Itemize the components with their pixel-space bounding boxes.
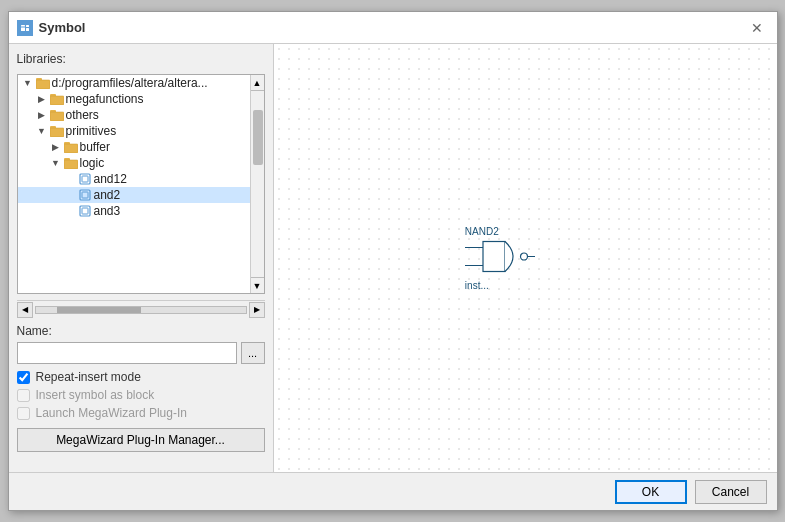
cancel-button[interactable]: Cancel xyxy=(695,480,767,504)
nand-component-name: NAND2 xyxy=(465,226,535,237)
tree-item-and3[interactable]: and3 xyxy=(18,203,264,219)
window-title: Symbol xyxy=(39,20,745,35)
svg-rect-21 xyxy=(64,158,70,161)
svg-rect-18 xyxy=(64,142,70,145)
tree-item-others[interactable]: ▶others xyxy=(18,107,264,123)
scroll-right-btn[interactable]: ▶ xyxy=(249,302,265,318)
library-tree[interactable]: ▼d:/programfiles/altera/altera...▶megafu… xyxy=(17,74,265,294)
repeat-insert-checkbox[interactable] xyxy=(17,371,30,384)
scroll-left-btn[interactable]: ◀ xyxy=(17,302,33,318)
symbol-icon-and2 xyxy=(78,188,92,202)
svg-rect-8 xyxy=(50,96,64,105)
svg-rect-12 xyxy=(50,110,56,113)
name-input-row: ... xyxy=(17,342,265,364)
nand-instance-label: inst... xyxy=(465,280,535,291)
close-button[interactable]: ✕ xyxy=(745,16,769,40)
tree-item-and12[interactable]: and12 xyxy=(18,171,264,187)
tree-label-altera: d:/programfiles/altera/altera... xyxy=(52,76,208,90)
tree-label-logic: logic xyxy=(80,156,105,170)
svg-rect-1 xyxy=(21,25,25,31)
svg-rect-14 xyxy=(50,128,64,137)
scroll-up-btn[interactable]: ▲ xyxy=(251,75,264,91)
tree-toggle-and2[interactable] xyxy=(64,189,76,201)
tree-label-and3: and3 xyxy=(94,204,121,218)
insert-block-checkbox[interactable] xyxy=(17,389,30,402)
svg-point-34 xyxy=(520,253,527,260)
folder-icon-altera xyxy=(36,76,50,90)
libraries-label: Libraries: xyxy=(17,52,265,66)
tree-label-megafunctions: megafunctions xyxy=(66,92,144,106)
svg-rect-26 xyxy=(82,192,88,198)
folder-icon-primitives xyxy=(50,124,64,138)
tree-toggle-and12[interactable] xyxy=(64,173,76,185)
browse-button[interactable]: ... xyxy=(241,342,265,364)
name-input[interactable] xyxy=(17,342,237,364)
tree-toggle-logic[interactable]: ▼ xyxy=(50,157,62,169)
svg-rect-24 xyxy=(82,176,88,182)
footer-bar: OK Cancel xyxy=(9,472,777,510)
options-section: Repeat-insert mode Insert symbol as bloc… xyxy=(17,370,265,452)
title-bar: Symbol ✕ xyxy=(9,12,777,44)
scroll-track xyxy=(35,306,247,314)
tree-toggle-altera[interactable]: ▼ xyxy=(22,77,34,89)
folder-icon-megafunctions xyxy=(50,92,64,106)
symbol-icon-and3 xyxy=(78,204,92,218)
svg-rect-9 xyxy=(50,94,56,97)
svg-rect-33 xyxy=(483,242,505,272)
tree-item-megafunctions[interactable]: ▶megafunctions xyxy=(18,91,264,107)
folder-icon-buffer xyxy=(64,140,78,154)
insert-block-row: Insert symbol as block xyxy=(17,388,265,402)
tree-toggle-and3[interactable] xyxy=(64,205,76,217)
svg-rect-15 xyxy=(50,126,56,129)
svg-rect-6 xyxy=(36,78,42,81)
folder-icon-logic xyxy=(64,156,78,170)
megawizard-btn[interactable]: MegaWizard Plug-In Manager... xyxy=(17,428,265,452)
launch-wizard-checkbox[interactable] xyxy=(17,407,30,420)
symbol-icon-and12 xyxy=(78,172,92,186)
preview-panel: NAND2 inst... xyxy=(274,44,777,472)
tree-label-primitives: primitives xyxy=(66,124,117,138)
scroll-down-btn[interactable]: ▼ xyxy=(251,277,264,293)
launch-wizard-label: Launch MegaWizard Plug-In xyxy=(36,406,187,420)
main-content: Libraries: ▼d:/programfiles/altera/alter… xyxy=(9,44,777,472)
launch-wizard-row: Launch MegaWizard Plug-In xyxy=(17,406,265,420)
tree-item-altera[interactable]: ▼d:/programfiles/altera/altera... xyxy=(18,75,264,91)
nand-symbol-preview: NAND2 inst... xyxy=(465,226,535,291)
svg-rect-28 xyxy=(82,208,88,214)
svg-rect-3 xyxy=(26,25,29,27)
tree-toggle-primitives[interactable]: ▼ xyxy=(36,125,48,137)
repeat-insert-row: Repeat-insert mode xyxy=(17,370,265,384)
nand-gate-svg xyxy=(465,239,535,275)
tree-item-primitives[interactable]: ▼primitives xyxy=(18,123,264,139)
svg-rect-4 xyxy=(26,28,29,31)
horiz-scrollbar[interactable]: ◀ ▶ xyxy=(17,300,265,318)
ok-button[interactable]: OK xyxy=(615,480,687,504)
scroll-thumb xyxy=(57,307,141,313)
tree-label-and2: and2 xyxy=(94,188,121,202)
symbol-dialog: Symbol ✕ Libraries: ▼d:/programfiles/alt… xyxy=(8,11,778,511)
tree-toggle-buffer[interactable]: ▶ xyxy=(50,141,62,153)
repeat-insert-label[interactable]: Repeat-insert mode xyxy=(36,370,141,384)
svg-rect-5 xyxy=(36,80,50,89)
window-icon xyxy=(17,20,33,36)
tree-label-and12: and12 xyxy=(94,172,127,186)
tree-label-buffer: buffer xyxy=(80,140,110,154)
tree-item-and2[interactable]: and2 xyxy=(18,187,264,203)
tree-label-others: others xyxy=(66,108,99,122)
tree-item-logic[interactable]: ▼logic xyxy=(18,155,264,171)
name-section: Name: ... xyxy=(17,324,265,364)
left-panel: Libraries: ▼d:/programfiles/altera/alter… xyxy=(9,44,274,472)
svg-rect-20 xyxy=(64,160,78,169)
tree-item-buffer[interactable]: ▶buffer xyxy=(18,139,264,155)
tree-toggle-megafunctions[interactable]: ▶ xyxy=(36,93,48,105)
tree-toggle-others[interactable]: ▶ xyxy=(36,109,48,121)
svg-rect-11 xyxy=(50,112,64,121)
name-label: Name: xyxy=(17,324,265,338)
folder-icon-others xyxy=(50,108,64,122)
insert-block-label: Insert symbol as block xyxy=(36,388,155,402)
svg-rect-17 xyxy=(64,144,78,153)
